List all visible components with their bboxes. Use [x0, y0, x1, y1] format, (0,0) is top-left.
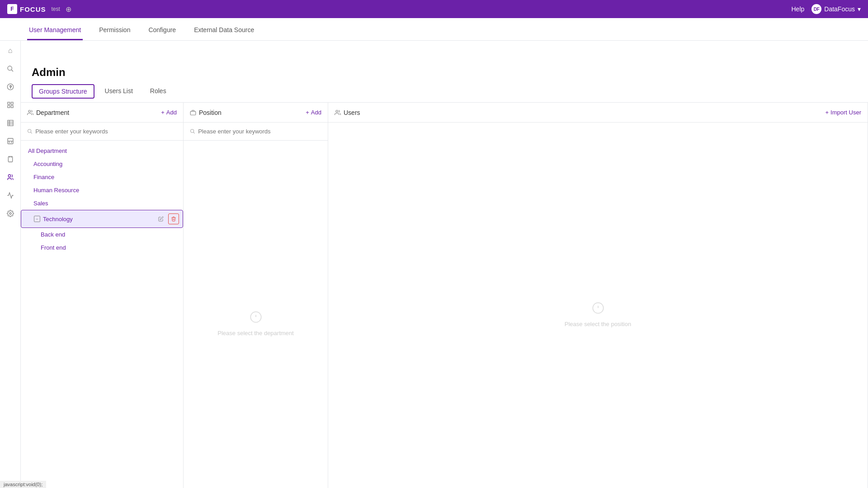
dept-item-human-resource[interactable]: Human Resource — [21, 184, 183, 197]
position-search-bar — [184, 123, 328, 141]
dept-item-technology[interactable]: − Technology — [21, 210, 183, 228]
position-add-button[interactable]: + Add — [306, 109, 321, 116]
page-title: Admin — [32, 66, 857, 79]
svg-point-22 — [28, 129, 31, 133]
dept-item-all[interactable]: All Department — [21, 144, 183, 157]
settings-icon[interactable] — [2, 205, 19, 222]
help-button[interactable]: Help — [792, 5, 805, 13]
department-search-input[interactable] — [35, 128, 177, 135]
page-header: Admin Groups Structure Users List Roles — [21, 59, 868, 103]
svg-rect-5 — [11, 102, 13, 104]
top-nav-left: F FOCUS test ⊕ — [7, 4, 71, 14]
svg-point-21 — [28, 110, 31, 112]
svg-rect-24 — [190, 111, 196, 115]
dept-item-front-end[interactable]: Front end — [21, 241, 183, 254]
top-navigation: F FOCUS test ⊕ User Management Permissio… — [0, 0, 868, 18]
svg-line-26 — [193, 132, 195, 133]
delete-technology-button[interactable] — [168, 213, 179, 224]
department-icon — [27, 109, 33, 116]
users-icon — [335, 109, 341, 116]
users-empty-state: Please select the position — [328, 123, 868, 488]
svg-point-19 — [8, 175, 10, 177]
svg-point-0 — [8, 66, 12, 70]
svg-rect-7 — [11, 105, 13, 108]
dept-item-finance[interactable]: Finance — [21, 171, 183, 184]
clipboard-icon[interactable] — [2, 151, 19, 167]
tab-external-data-source[interactable]: External Data Source — [192, 21, 256, 40]
analytics-icon[interactable] — [2, 187, 19, 204]
import-user-button[interactable]: + Import User — [826, 109, 862, 116]
edit-technology-button[interactable] — [156, 213, 166, 224]
position-search-input[interactable] — [198, 128, 321, 135]
users-header-label: Users — [335, 109, 360, 116]
svg-rect-4 — [8, 102, 10, 104]
status-bar: javascript:void(0); — [0, 481, 46, 488]
avatar: DF — [811, 4, 821, 14]
svg-rect-6 — [8, 105, 10, 108]
department-panel: Department + Add All Department — [21, 103, 184, 488]
tab-roles[interactable]: Roles — [143, 84, 173, 99]
sidebar: ⌂ ? — [0, 36, 21, 488]
user-label: DataFocus — [824, 5, 855, 13]
sub-tabs: Groups Structure Users List Roles — [32, 84, 857, 99]
test-badge: test — [52, 6, 60, 12]
position-icon — [190, 109, 196, 116]
department-panel-header: Department + Add — [21, 103, 183, 123]
users-panel: Users + Import User Please select the po… — [328, 103, 868, 488]
tab-configure[interactable]: Configure — [146, 21, 178, 40]
department-header-label: Department — [27, 109, 69, 116]
top-nav-right: Help DF DataFocus ▾ — [792, 4, 861, 14]
dept-item-accounting[interactable]: Accounting — [21, 157, 183, 171]
users-panel-header: Users + Import User — [328, 103, 868, 123]
dept-search-icon — [27, 128, 33, 134]
sidebar-icons: ⌂ ? — [0, 41, 20, 226]
department-tree: All Department Accounting Finance Human … — [21, 141, 183, 258]
position-panel-header: Position + Add — [184, 103, 328, 123]
table-icon[interactable] — [2, 115, 19, 131]
tab-groups-structure[interactable]: Groups Structure — [32, 84, 94, 99]
search-icon[interactable] — [2, 61, 19, 77]
svg-point-25 — [191, 129, 194, 133]
svg-line-23 — [31, 132, 32, 133]
position-panel: Position + Add Please select the departm — [184, 103, 328, 488]
user-group-icon[interactable] — [2, 169, 19, 185]
dept-item-back-end[interactable]: Back end — [21, 228, 183, 241]
main-content: Admin Groups Structure Users List Roles … — [21, 36, 868, 488]
logo-text: FOCUS — [20, 5, 46, 13]
user-menu-button[interactable]: DF DataFocus ▾ — [811, 4, 861, 14]
position-empty-icon — [250, 311, 262, 326]
svg-text:?: ? — [9, 85, 12, 89]
pos-search-icon — [190, 128, 195, 134]
position-header-label: Position — [190, 109, 222, 116]
dashboard-icon[interactable] — [2, 97, 19, 113]
tab-permission[interactable]: Permission — [97, 21, 132, 40]
dept-item-sales[interactable]: Sales — [21, 197, 183, 210]
home-icon[interactable]: ⌂ — [2, 43, 19, 59]
users-empty-icon — [592, 302, 604, 317]
content-area: Department + Add All Department — [21, 103, 868, 488]
svg-point-20 — [9, 213, 11, 214]
tab-users-list[interactable]: Users List — [98, 84, 140, 99]
logo-icon: F — [7, 4, 17, 14]
department-search-bar — [21, 123, 183, 141]
svg-point-30 — [336, 110, 338, 112]
add-tab-button[interactable]: ⊕ — [66, 5, 71, 14]
secondary-nav: User Management Permission Configure Ext… — [0, 18, 868, 41]
technology-actions — [156, 213, 179, 224]
svg-line-1 — [11, 70, 13, 71]
logo: F FOCUS — [7, 4, 46, 14]
tab-user-management[interactable]: User Management — [27, 21, 83, 40]
svg-rect-8 — [8, 120, 13, 126]
svg-rect-16 — [8, 156, 12, 162]
department-add-button[interactable]: + Add — [161, 109, 177, 116]
help-circle-icon[interactable]: ? — [2, 79, 19, 95]
inbox-icon[interactable] — [2, 133, 19, 149]
position-empty-state: Please select the department — [184, 141, 328, 488]
expand-collapse-icon[interactable]: − — [34, 216, 40, 222]
